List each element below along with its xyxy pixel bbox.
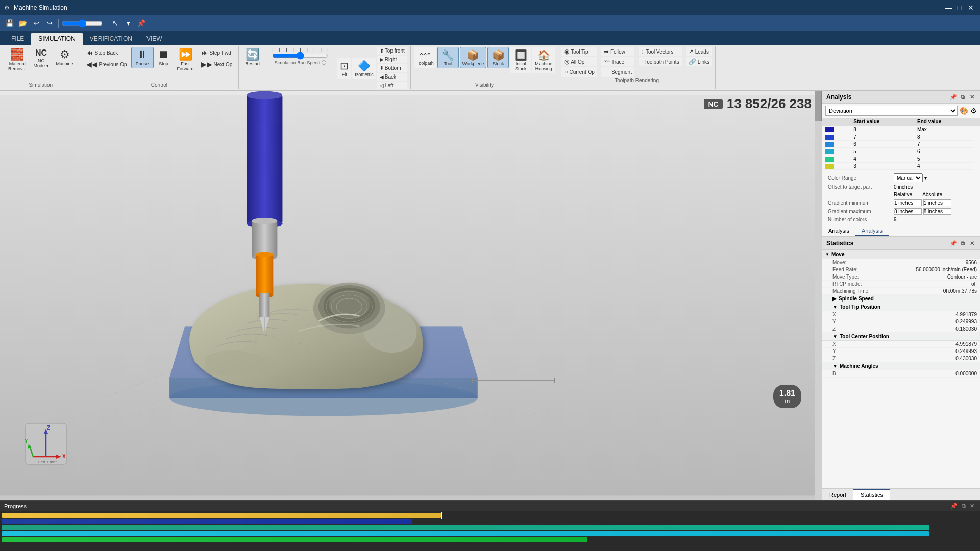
ttp-x-row: X 4.991879 bbox=[822, 311, 980, 318]
material-removal-button[interactable]: 🧱 MaterialRemoval bbox=[5, 47, 30, 73]
move-value: 9566 bbox=[966, 260, 977, 265]
previous-op-button[interactable]: ◀◀ Previous Op bbox=[83, 59, 130, 70]
qa-cursor-button[interactable]: ↖ bbox=[109, 18, 120, 29]
trace-button[interactable]: 〰 Trace bbox=[601, 57, 634, 66]
report-tab[interactable]: Report bbox=[822, 489, 853, 500]
tab-simulation[interactable]: SIMULATION bbox=[31, 33, 82, 45]
grad-max-rel-input[interactable] bbox=[894, 208, 922, 215]
stop-button[interactable]: ⏹ Stop bbox=[155, 47, 173, 68]
links-button[interactable]: 🔗 Links bbox=[686, 57, 712, 66]
qa-open-button[interactable]: 📂 bbox=[17, 18, 29, 29]
machine-button[interactable]: ⚙ Machine bbox=[53, 47, 77, 68]
minimize-button[interactable]: — bbox=[943, 3, 953, 13]
tool-tip-button[interactable]: ◉ Tool Tip bbox=[561, 47, 597, 56]
grad-min-abs-input[interactable] bbox=[923, 199, 951, 206]
ribbon-group-toolpath-rendering: ◉ Tool Tip ◎ All Op ○ Current Op ➡ Follo… bbox=[558, 46, 716, 89]
tool-center-position-subsection[interactable]: ▼ Tool Center Position bbox=[822, 333, 980, 341]
stock-vis-button[interactable]: 📦 Stock bbox=[487, 47, 509, 68]
qa-undo-button[interactable]: ↩ bbox=[31, 18, 42, 29]
grad-min-rel-input[interactable] bbox=[894, 199, 922, 206]
analysis-type-select[interactable]: Deviation Thickness Curvature bbox=[825, 106, 958, 116]
current-op-button[interactable]: ○ Current Op bbox=[561, 67, 597, 77]
viewport[interactable]: NC 13 852/26 238 Z X Y Left Fron bbox=[0, 91, 822, 500]
simulation-speed-slider[interactable] bbox=[272, 52, 328, 60]
progress-undock-button[interactable]: ⧉ bbox=[960, 502, 967, 510]
qa-extra-button[interactable]: 📌 bbox=[136, 18, 147, 29]
measurement-value: 1.81 bbox=[779, 389, 795, 398]
fit-button[interactable]: ⊡ Fit bbox=[337, 58, 351, 79]
spindle-speed-subsection[interactable]: ▶ Spindle Speed bbox=[822, 295, 980, 303]
analysis-undock-button[interactable]: ⧉ bbox=[959, 93, 967, 101]
color-picker-button[interactable]: 🎨 bbox=[960, 107, 968, 115]
analysis-close-button[interactable]: ✕ bbox=[968, 93, 976, 101]
isometric-button[interactable]: 🔷 Isometric bbox=[352, 58, 376, 79]
all-op-button[interactable]: ◎ All Op bbox=[561, 57, 597, 66]
settings-button[interactable]: ⚙ bbox=[970, 107, 977, 115]
top-button[interactable]: ⬆ Top front bbox=[377, 47, 407, 55]
toolpath-points-button[interactable]: · Toolpath Points bbox=[639, 57, 682, 66]
viewport-scrollbar[interactable] bbox=[815, 91, 822, 500]
analysis-tab-2[interactable]: Analysis bbox=[855, 226, 889, 236]
tab-verification[interactable]: VERIFICATION bbox=[83, 33, 139, 45]
step-fwd-button[interactable]: ⏭ Step Fwd bbox=[198, 47, 236, 58]
tool-vectors-button[interactable]: ↕ Tool Vectors bbox=[639, 47, 682, 56]
grad-max-abs-input[interactable] bbox=[923, 208, 951, 215]
step-back-button[interactable]: ⏮ Step Back bbox=[83, 47, 130, 58]
analysis-header-controls: 📌 ⧉ ✕ bbox=[949, 93, 976, 101]
analysis-pin-button[interactable]: 📌 bbox=[949, 93, 958, 101]
close-button[interactable]: ✕ bbox=[966, 3, 976, 13]
tool-tip-position-subsection[interactable]: ▼ Tool Tip Position bbox=[822, 303, 980, 311]
statistics-undock-button[interactable]: ⧉ bbox=[959, 239, 967, 247]
progress-pin-button[interactable]: 📌 bbox=[949, 502, 959, 510]
progress-close-button[interactable]: ✕ bbox=[968, 502, 976, 510]
progress-bar-cyan bbox=[2, 531, 929, 536]
zoom-slider[interactable] bbox=[62, 19, 103, 28]
segment-button[interactable]: — Segment bbox=[601, 67, 634, 77]
front-button[interactable]: ▶ Right bbox=[377, 56, 407, 63]
back-button[interactable]: ◀ Back bbox=[377, 73, 407, 81]
ttp-y-value: -0.249993 bbox=[954, 319, 977, 324]
fast-forward-button[interactable]: ⏩ FastForward bbox=[174, 47, 197, 73]
tab-file[interactable]: FILE bbox=[4, 33, 31, 45]
statistics-pin-button[interactable]: 📌 bbox=[949, 239, 958, 247]
progress-track[interactable] bbox=[0, 511, 980, 551]
ribbon-group-restart: 🔄 Restart bbox=[239, 46, 266, 89]
color-range-select[interactable]: ManualAuto bbox=[894, 173, 923, 182]
machine-housing-vis-button[interactable]: 🏠 MachineHousing bbox=[532, 47, 555, 73]
workpiece-vis-button[interactable]: 📦 Workpiece bbox=[460, 47, 486, 68]
viewport-scrollbar-thumb[interactable] bbox=[815, 91, 822, 121]
leads-button[interactable]: ↗ Leads bbox=[686, 47, 712, 56]
left-button[interactable]: ◁ Left bbox=[377, 82, 407, 89]
qa-redo-button[interactable]: ↪ bbox=[44, 18, 55, 29]
qa-save-button[interactable]: 💾 bbox=[4, 18, 15, 29]
stop-icon: ⏹ bbox=[158, 49, 169, 60]
tab-view[interactable]: VIEW bbox=[139, 33, 169, 45]
pause-button[interactable]: ⏸ Pause bbox=[131, 47, 154, 68]
tr-col3: ↕ Tool Vectors · Toolpath Points bbox=[639, 47, 682, 66]
num-colors-label: Number of colors bbox=[826, 216, 891, 223]
titlebar: ⚙ Machine Simulation — □ ✕ bbox=[0, 0, 980, 15]
color-row-0: 8 Max bbox=[822, 126, 980, 133]
nc-mode-button[interactable]: NC NCMode ▾ bbox=[31, 47, 52, 70]
initial-stock-vis-button[interactable]: 🔲 InitialStock bbox=[510, 47, 531, 73]
end-val-2: 7 bbox=[914, 140, 974, 147]
qa-dropdown-button[interactable]: ▾ bbox=[122, 18, 134, 29]
follow-button[interactable]: ➡ Follow bbox=[601, 47, 634, 56]
statistics-close-button[interactable]: ✕ bbox=[968, 239, 976, 247]
bottom-button[interactable]: ⬇ Bottom bbox=[377, 64, 407, 72]
titlebar-left: ⚙ Machine Simulation bbox=[4, 4, 67, 11]
move-label: Move: bbox=[832, 260, 966, 265]
analysis-tab-1[interactable]: Analysis bbox=[822, 226, 855, 236]
toolpath-vis-button[interactable]: 〰 Toolpath bbox=[414, 47, 436, 68]
next-op-button[interactable]: ▶▶ Next Op bbox=[198, 59, 236, 70]
statistics-tab[interactable]: Statistics bbox=[853, 489, 890, 500]
restart-button[interactable]: 🔄 Restart bbox=[242, 47, 263, 68]
tool-vis-button[interactable]: 🔧 Tool bbox=[437, 47, 459, 68]
maximize-button[interactable]: □ bbox=[954, 3, 965, 13]
analysis-title: Analysis bbox=[826, 93, 851, 101]
ttp-x-value: 4.991879 bbox=[955, 312, 977, 317]
color-row-2: 6 7 bbox=[822, 140, 980, 147]
feed-rate-value: 56.000000 inch/min (Feed) bbox=[916, 267, 977, 272]
machine-angles-subsection[interactable]: ▼ Machine Angles bbox=[822, 362, 980, 370]
move-section-header[interactable]: ▼ Move bbox=[822, 250, 980, 259]
